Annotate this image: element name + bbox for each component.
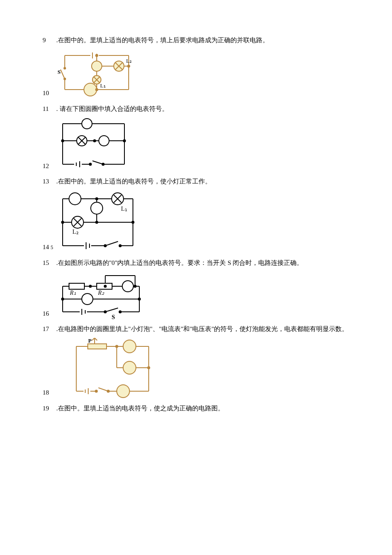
- svg-point-60: [91, 202, 103, 214]
- question-text: .在图中的。里填上适当的电表符号，填上后要求电路成为正确的并联电路。: [56, 34, 349, 46]
- question-9: 9 .在图中的。里填上适当的电表符号，填上后要求电路成为正确的并联电路。: [43, 34, 349, 46]
- svg-rect-84: [69, 283, 84, 289]
- svg-line-12: [61, 70, 65, 79]
- svg-point-123: [117, 385, 130, 398]
- label-L1: L₁: [100, 82, 106, 89]
- svg-point-27: [128, 65, 130, 67]
- label-L2: L₂: [126, 58, 132, 64]
- svg-line-35: [92, 161, 103, 164]
- svg-line-101: [105, 308, 118, 312]
- svg-point-79: [132, 221, 134, 223]
- svg-point-10: [64, 67, 66, 69]
- circuit-figure-9: L₂ L₁ S: [56, 49, 137, 100]
- svg-point-105: [62, 298, 64, 300]
- svg-point-76: [96, 198, 98, 200]
- svg-point-92: [82, 293, 93, 305]
- svg-point-49: [124, 140, 126, 142]
- svg-point-46: [99, 136, 109, 146]
- label-P: P: [88, 338, 92, 344]
- svg-point-78: [62, 221, 64, 223]
- svg-point-48: [62, 140, 64, 142]
- question-number: 18: [43, 386, 56, 400]
- svg-point-50: [94, 140, 96, 142]
- svg-point-77: [96, 221, 98, 223]
- question-number: 15: [43, 257, 56, 269]
- svg-point-134: [148, 366, 150, 369]
- question-number: 10: [43, 87, 56, 100]
- question-text: .在图中的。里填上适当的电表符号，使小灯正常工作。: [56, 175, 349, 188]
- label-R1: R₁: [69, 290, 76, 296]
- question-13: 13 .在图中的。里填上适当的电表符号，使小灯正常工作。: [43, 175, 349, 188]
- svg-line-127: [98, 388, 108, 391]
- svg-point-14: [92, 61, 102, 71]
- svg-point-107: [89, 285, 92, 288]
- circuit-figure-11: [56, 117, 133, 173]
- svg-point-133: [116, 345, 118, 347]
- label-S: S: [58, 69, 61, 75]
- circuit-figure-15: R₁ R₂ S: [56, 271, 146, 320]
- question-text: .在如图所示电路的"0"内填上适当的电表符号。要求：当开关 S 闭合时，电路连接…: [56, 257, 349, 269]
- question-number: 19: [43, 402, 56, 415]
- question-number: 13: [43, 175, 56, 188]
- label-L1: L₁: [121, 206, 127, 212]
- question-number: 12: [43, 160, 56, 173]
- svg-point-114: [123, 340, 136, 353]
- figure-row-12: 12: [43, 117, 349, 173]
- svg-point-52: [69, 193, 81, 205]
- svg-point-26: [96, 88, 98, 90]
- question-text: . 请在下图圆圈中填入合适的电表符号。: [56, 103, 349, 115]
- label-R2: R₂: [98, 290, 104, 296]
- svg-point-7: [84, 83, 97, 96]
- svg-line-74: [105, 241, 118, 246]
- figure-row-10: 10: [43, 49, 349, 100]
- figure-row-14: 14 5: [43, 190, 349, 254]
- label-L2: L₂: [72, 229, 79, 235]
- question-17: 17 .在电路图中的圆圈里填上"小灯泡"、"电流表"和"电压表"的符号，使灯泡能…: [43, 323, 349, 335]
- svg-rect-109: [88, 344, 107, 349]
- question-number: 17: [43, 323, 56, 335]
- question-text: .在图中。里填上适当的电表符号，使之成为正确的电路图。: [56, 402, 349, 415]
- figure-row-16: 16: [43, 271, 349, 320]
- question-number: 9: [43, 34, 56, 46]
- circuit-figure-17: P: [56, 338, 157, 400]
- question-19: 19 .在图中。里填上适当的电表符号，使之成为正确的电路图。: [43, 402, 349, 415]
- svg-point-103: [104, 285, 107, 288]
- question-number: 14 5: [43, 241, 56, 254]
- question-11: 11 . 请在下图圆圈中填入合适的电表符号。: [43, 103, 349, 115]
- label-S: S: [112, 314, 115, 320]
- question-number: 11: [43, 103, 56, 115]
- circuit-figure-13: L₁ L₂: [56, 190, 141, 254]
- svg-point-118: [123, 361, 136, 374]
- svg-point-106: [138, 298, 141, 300]
- figure-row-18: 18: [43, 338, 349, 400]
- question-text: .在电路图中的圆圈里填上"小灯泡"、"电流表"和"电压表"的符号，使灯泡能发光，…: [56, 323, 349, 335]
- svg-point-25: [96, 54, 98, 56]
- question-15: 15 .在如图所示电路的"0"内填上适当的电表符号。要求：当开关 S 闭合时，电…: [43, 257, 349, 269]
- svg-point-104: [134, 285, 136, 288]
- question-number: 16: [43, 308, 56, 321]
- svg-point-88: [122, 281, 133, 292]
- svg-point-29: [82, 119, 92, 129]
